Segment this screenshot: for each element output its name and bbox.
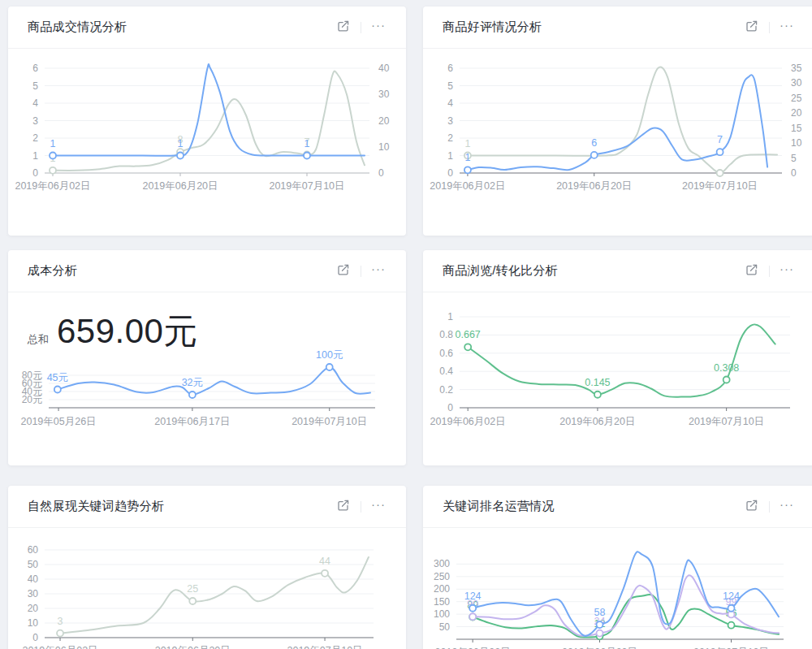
expand-button[interactable]	[742, 262, 762, 281]
open-in-new-icon	[337, 263, 350, 279]
card-header: 商品好评情况分析 ···	[423, 6, 812, 49]
more-button[interactable]: ···	[369, 18, 388, 37]
svg-text:10: 10	[791, 137, 802, 149]
more-button[interactable]: ···	[777, 262, 797, 281]
svg-text:20: 20	[791, 107, 802, 119]
svg-text:2019年07月10日: 2019年07月10日	[682, 180, 758, 192]
card-keyword-trend-analysis: 自然展现关键词趋势分析 ··· 2019年06月02日2019年06月20日20…	[8, 486, 406, 649]
svg-text:250: 250	[434, 571, 450, 582]
svg-text:2019年07月10日: 2019年07月10日	[689, 416, 764, 427]
more-button[interactable]: ···	[777, 18, 797, 37]
open-in-new-icon	[745, 19, 758, 35]
expand-button[interactable]	[334, 262, 353, 281]
card-toolbar: ···	[334, 18, 388, 37]
more-button[interactable]: ···	[369, 497, 388, 517]
svg-text:1: 1	[447, 150, 453, 162]
svg-text:2019年06月20日: 2019年06月20日	[155, 645, 231, 649]
svg-text:5: 5	[791, 153, 797, 164]
svg-text:30: 30	[378, 89, 390, 100]
svg-text:124: 124	[464, 591, 482, 602]
svg-text:2019年05月26日: 2019年05月26日	[20, 416, 96, 427]
svg-text:2: 2	[32, 132, 38, 144]
card-title: 自然展现关键词趋势分析	[28, 499, 164, 514]
expand-button[interactable]	[334, 497, 353, 517]
toolbar-divider	[361, 266, 361, 277]
expand-button[interactable]	[334, 18, 353, 37]
svg-text:30: 30	[28, 588, 39, 599]
svg-text:15: 15	[791, 123, 802, 134]
svg-text:58: 58	[594, 607, 606, 618]
svg-text:1: 1	[464, 138, 470, 149]
svg-text:3: 3	[58, 616, 63, 627]
more-button[interactable]: ···	[369, 262, 388, 281]
svg-text:1: 1	[464, 152, 470, 163]
svg-text:0.667: 0.667	[456, 329, 481, 340]
svg-text:0.145: 0.145	[585, 377, 610, 388]
cost-line-chart: 2019年05月26日2019年06月17日2019年07月10日20元40元6…	[8, 349, 406, 465]
svg-text:0.4: 0.4	[439, 366, 453, 377]
svg-text:10: 10	[28, 617, 39, 629]
expand-button[interactable]	[742, 497, 762, 517]
card-title: 关键词排名运营情况	[443, 499, 555, 514]
card-title: 成本分析	[28, 263, 77, 279]
card-header: 商品浏览/转化比分析 ···	[423, 250, 812, 292]
card-toolbar: ···	[742, 18, 797, 37]
svg-text:1: 1	[447, 311, 453, 322]
svg-text:4: 4	[447, 97, 453, 109]
svg-text:2019年06月02日: 2019年06月02日	[22, 645, 97, 649]
svg-text:2019年07月10日: 2019年07月10日	[287, 645, 362, 649]
svg-text:1: 1	[304, 138, 310, 149]
toolbar-divider	[361, 501, 361, 513]
card-header: 自然展现关键词趋势分析 ···	[8, 486, 406, 528]
svg-text:100: 100	[434, 608, 450, 620]
svg-text:0.6: 0.6	[439, 348, 453, 359]
svg-text:0.2: 0.2	[439, 384, 453, 396]
svg-text:2019年06月20日: 2019年06月20日	[556, 180, 632, 192]
svg-text:2019年06月02日: 2019年06月02日	[430, 180, 505, 192]
card-title: 商品成交情况分析	[28, 19, 127, 35]
summary-label: 总和	[28, 332, 49, 347]
praise-line-chart: 2019年06月02日2019年06月20日2019年07月10日0123456…	[423, 49, 812, 236]
ellipsis-icon: ···	[371, 21, 386, 29]
svg-text:50: 50	[28, 559, 39, 570]
ellipsis-icon: ···	[371, 265, 386, 273]
more-button[interactable]: ···	[777, 497, 797, 517]
svg-text:32元: 32元	[182, 377, 203, 388]
summary-block: 总和 659.00元	[8, 292, 406, 349]
svg-text:2019年06月02日: 2019年06月02日	[430, 416, 506, 427]
svg-text:45元: 45元	[47, 372, 68, 383]
svg-text:20: 20	[378, 115, 390, 127]
conversion-line-chart: 2019年06月02日2019年06月20日2019年07月10日00.20.4…	[423, 292, 812, 465]
open-in-new-icon	[745, 499, 758, 514]
svg-text:7: 7	[717, 134, 723, 145]
svg-text:5: 5	[447, 80, 453, 92]
svg-text:2019年07月10日: 2019年07月10日	[269, 180, 344, 192]
toolbar-divider	[769, 266, 770, 277]
expand-button[interactable]	[742, 18, 762, 37]
svg-text:40: 40	[378, 63, 390, 74]
svg-text:2019年06月20日: 2019年06月20日	[559, 416, 635, 427]
card-toolbar: ···	[334, 497, 388, 517]
svg-text:6: 6	[447, 63, 453, 74]
svg-text:2019年06月17日: 2019年06月17日	[154, 416, 230, 427]
svg-text:44: 44	[319, 556, 330, 567]
svg-text:40: 40	[28, 573, 39, 585]
svg-text:5: 5	[32, 80, 38, 92]
svg-text:1: 1	[32, 150, 38, 162]
toolbar-divider	[769, 22, 770, 33]
card-toolbar: ···	[334, 262, 388, 281]
open-in-new-icon	[337, 499, 350, 514]
svg-text:150: 150	[434, 596, 450, 608]
svg-text:0.308: 0.308	[714, 362, 739, 374]
svg-text:30: 30	[791, 77, 802, 89]
svg-text:0: 0	[447, 167, 453, 179]
svg-text:0: 0	[32, 632, 38, 643]
toolbar-divider	[769, 501, 770, 513]
svg-text:25: 25	[187, 583, 198, 595]
card-deal-analysis: 商品成交情况分析 ··· 2019年06月02日2019年06月20日2019年…	[8, 6, 406, 236]
svg-text:2019年07月10日: 2019年07月10日	[292, 416, 367, 427]
keyword-trend-line-chart: 2019年06月02日2019年06月20日2019年07月10日0102030…	[8, 528, 406, 649]
svg-text:35: 35	[791, 63, 802, 74]
svg-text:2019年06月02日: 2019年06月02日	[15, 180, 90, 192]
ellipsis-icon: ···	[371, 500, 386, 508]
